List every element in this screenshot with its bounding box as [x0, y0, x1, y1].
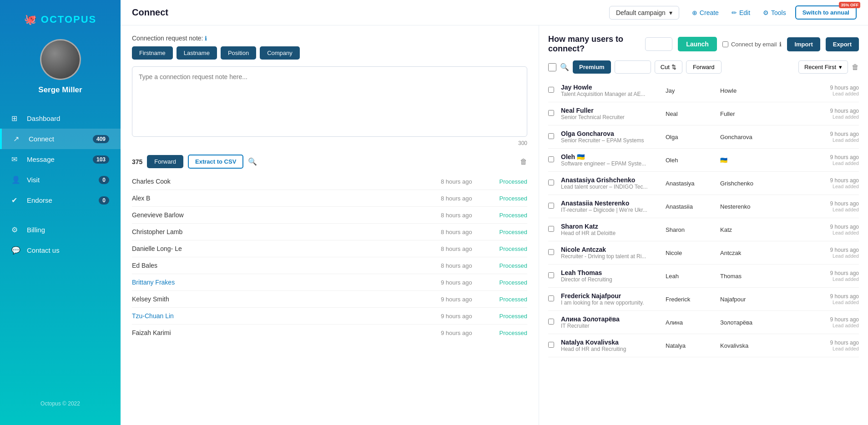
sidebar-item-billing[interactable]: ⚙ Billing [0, 220, 121, 240]
launch-button[interactable]: Launch [678, 37, 717, 51]
table-row: Christopher Lamb 8 hours ago Processed [132, 224, 527, 240]
sidebar-nav: ⊞ Dashboard ↗ Connect 409 ✉ Message 103 … [0, 108, 121, 260]
sidebar-item-label: Message [27, 155, 55, 163]
table-row: Faizah Karimi 9 hours ago Processed [132, 325, 527, 341]
company-tag[interactable]: Company [260, 46, 300, 60]
dashboard-icon: ⊞ [11, 114, 21, 123]
list-search-icon[interactable]: 🔍 [248, 157, 257, 166]
cut-button[interactable]: Cut ⇅ [655, 60, 682, 74]
filter-text-input[interactable] [615, 60, 651, 74]
email-check-label: Connect by email ℹ [722, 41, 782, 48]
email-checkbox[interactable] [722, 41, 728, 47]
switch-annual-button[interactable]: Switch to annual 35% OFF [795, 5, 857, 20]
lead-checkbox[interactable] [548, 156, 554, 162]
campaign-selector[interactable]: Default campaign ▾ [609, 6, 679, 20]
list-item: Leah Thomas Director of Recruiting Leah … [548, 265, 859, 288]
table-row: Genevieve Barlow 8 hours ago Processed [132, 207, 527, 224]
sidebar-item-contact[interactable]: 💬 Contact us [0, 240, 121, 260]
gear-icon: ⚙ [763, 9, 769, 16]
switch-label: Switch to annual [802, 9, 849, 16]
edit-button[interactable]: ✏ Edit [728, 6, 754, 19]
table-row: Kelsey Smith 9 hours ago Processed [132, 291, 527, 308]
lead-checkbox[interactable] [548, 342, 554, 348]
table-row: Danielle Long- Le 8 hours ago Processed [132, 240, 527, 257]
body-split: Connection request note: ℹ Firstname Las… [121, 25, 868, 425]
sidebar-item-message[interactable]: ✉ Message 103 [0, 149, 121, 170]
sort-selector[interactable]: Recent First ▾ [798, 60, 848, 74]
list-item: Natalya Kovalivska Head of HR and Recrui… [548, 334, 859, 357]
lastname-tag[interactable]: Lastname [177, 46, 217, 60]
chevron-down-icon: ▾ [669, 9, 672, 16]
tag-row: Firstname Lastname Position Company [132, 46, 527, 60]
forward-button[interactable]: Forward [147, 155, 183, 168]
connect-count: 375 [132, 158, 142, 165]
list-item: Neal Fuller Senior Technical Recruiter N… [548, 102, 859, 125]
right-trash-icon[interactable]: 🗑 [852, 63, 859, 71]
campaign-label: Default campaign [616, 9, 666, 16]
logo: 🐙 OCTOPUS [24, 14, 97, 25]
filter-search-icon[interactable]: 🔍 [560, 63, 569, 71]
lead-checkbox[interactable] [548, 87, 554, 93]
sidebar-item-label: Billing [27, 226, 45, 234]
csv-button[interactable]: Extract to CSV [188, 155, 243, 169]
connect-table: Charles Cook 8 hours ago Processed Alex … [132, 173, 527, 341]
page-title: Connect [132, 7, 168, 18]
table-row: Alex B 8 hours ago Processed [132, 190, 527, 207]
lead-checkbox[interactable] [548, 180, 554, 185]
list-item: Anastasiya Grishchenko Lead talent sourc… [548, 172, 859, 195]
leads-table: Jay Howle Talent Acquisition Manager at … [548, 79, 859, 357]
lead-checkbox[interactable] [548, 133, 554, 139]
lead-checkbox[interactable] [548, 319, 554, 325]
premium-filter-button[interactable]: Premium [573, 60, 611, 74]
sidebar-item-label: Connect [29, 135, 54, 143]
sidebar-item-label: Visit [27, 176, 40, 184]
connection-note-label: Connection request note: ℹ [132, 35, 527, 42]
lead-checkbox[interactable] [548, 110, 554, 116]
sidebar-item-label: Endorse [27, 196, 52, 204]
connect-icon: ↗ [13, 135, 23, 143]
list-trash-icon[interactable]: 🗑 [520, 158, 527, 166]
lead-checkbox[interactable] [548, 295, 554, 301]
note-textarea[interactable] [132, 66, 527, 137]
topbar: Connect Default campaign ▾ ⊕ Create ✏ Ed… [121, 0, 868, 25]
list-item: Oleh 🇺🇦 Software engineer – EPAM Syste..… [548, 149, 859, 172]
connect-badge: 409 [93, 135, 109, 143]
position-tag[interactable]: Position [221, 46, 256, 60]
lead-checkbox[interactable] [548, 249, 554, 255]
sidebar-item-visit[interactable]: 👤 Visit 0 [0, 170, 121, 190]
lead-checkbox[interactable] [548, 226, 554, 232]
how-many-label: How many users to connect? [548, 35, 640, 54]
create-button[interactable]: ⊕ Create [688, 6, 722, 19]
char-count: 300 [132, 140, 527, 146]
select-all-checkbox[interactable] [548, 63, 556, 71]
left-panel: Connection request note: ℹ Firstname Las… [121, 25, 539, 425]
main-area: Connect Default campaign ▾ ⊕ Create ✏ Ed… [121, 0, 868, 425]
contact-icon: 💬 [11, 246, 21, 255]
list-item: Jay Howle Talent Acquisition Manager at … [548, 79, 859, 102]
message-icon: ✉ [11, 155, 21, 164]
sidebar-footer: Octopus © 2022 [40, 391, 80, 416]
sort-arrows-icon: ⇅ [671, 64, 676, 70]
import-button[interactable]: Import [787, 37, 820, 51]
sidebar-item-label: Contact us [27, 246, 60, 254]
forward-filter-button[interactable]: Forward [686, 60, 722, 74]
list-item: Olga Goncharova Senior Recruiter – EPAM … [548, 125, 859, 149]
sidebar: 🐙 OCTOPUS Serge Miller ⊞ Dashboard ↗ Con… [0, 0, 121, 425]
firstname-tag[interactable]: Firstname [132, 46, 173, 60]
table-row: Ed Bales 8 hours ago Processed [132, 257, 527, 274]
sidebar-item-connect[interactable]: ↗ Connect 409 [0, 129, 121, 149]
connect-list-header: 375 Forward Extract to CSV 🔍 🗑 [132, 155, 527, 169]
lead-checkbox[interactable] [548, 203, 554, 209]
plus-icon: ⊕ [692, 9, 697, 16]
connect-count-input[interactable] [645, 37, 672, 51]
tools-button[interactable]: ⚙ Tools [759, 6, 790, 19]
table-row: Brittany Frakes 9 hours ago Processed [132, 274, 527, 291]
export-button[interactable]: Export [826, 37, 859, 51]
endorse-badge: 0 [99, 196, 109, 205]
info-icon: ℹ [205, 35, 207, 42]
right-top: How many users to connect? Launch Connec… [548, 35, 859, 54]
lead-checkbox[interactable] [548, 272, 554, 278]
sidebar-item-endorse[interactable]: ✔ Endorse 0 [0, 190, 121, 210]
sidebar-item-dashboard[interactable]: ⊞ Dashboard [0, 108, 121, 129]
list-item: Алина Золотарёва IT Recruiter Алина Золо… [548, 311, 859, 334]
